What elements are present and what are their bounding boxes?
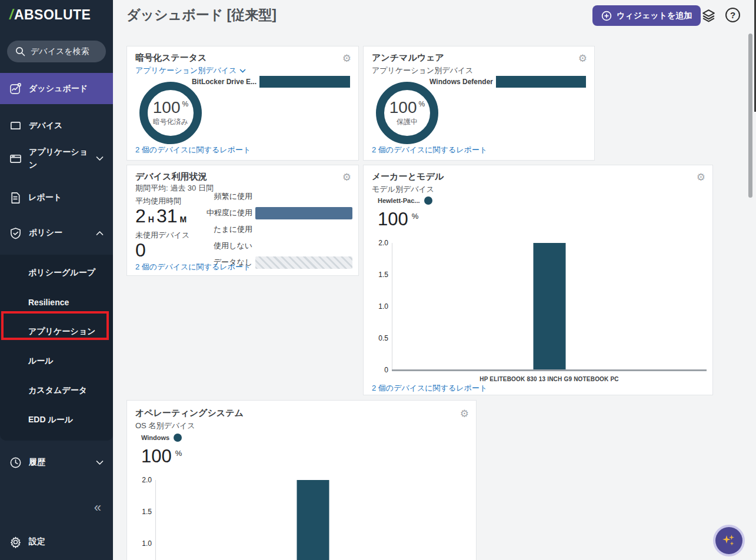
absolute-logo: /ABSOLUTE (0, 0, 113, 23)
usage-row-label: たまに使用 (127, 224, 255, 235)
page-title: ダッシュボード [従来型] (126, 6, 277, 24)
sidebar: /ABSOLUTE デバイスを検索 ダッシュボード デバイス アプリケーション … (0, 0, 113, 560)
widget-make-model: メーカーとモデル モデル別デバイス Hewlett-Pac... 100 % 2… (363, 165, 713, 395)
widget-settings-icon[interactable] (697, 171, 705, 184)
bar-label: Windows Defender (364, 78, 496, 86)
model-bar-chart (392, 243, 707, 371)
usage-bar-no-data (255, 256, 352, 269)
sidebar-item-label: アプリケーション (28, 326, 95, 337)
widget-operating-system: オペレーティングシステム OS 名別デバイス Windows 100 % 2.0… (126, 400, 477, 560)
percent-value: 100 (378, 210, 408, 228)
usage-row: 使用しない (127, 238, 352, 254)
add-widget-button[interactable]: ウィジェットを追加 (592, 5, 701, 26)
usage-bar-occasional (255, 224, 352, 236)
sidebar-item-settings[interactable]: 設定 (0, 528, 113, 555)
scrollbar-thumb[interactable] (748, 34, 752, 198)
group-by-dropdown[interactable]: アプリケーション別デバイス (135, 65, 246, 76)
clock-icon (9, 456, 22, 469)
sidebar-item-policy-groups[interactable]: ポリシーグループ (0, 258, 113, 288)
sidebar-item-label: ポリシーグループ (28, 268, 95, 278)
donut-unit: % (419, 101, 425, 108)
gear-icon (9, 536, 22, 548)
os-bar-chart (155, 480, 470, 560)
chevron-up-icon (96, 231, 104, 236)
sidebar-item-label: アプリケーション (29, 145, 88, 172)
widget-antimalware: アンチマルウェア アプリケーション別デバイス 100% 保護中 Windows … (363, 46, 595, 161)
sidebar-item-reports[interactable]: レポート (0, 184, 113, 211)
donut-unit: % (182, 101, 189, 108)
sidebar-item-applications[interactable]: アプリケーション (0, 139, 113, 177)
usage-row-label: 使用しない (127, 241, 255, 251)
shield-check-icon (9, 227, 22, 239)
donut-label: 保護中 (397, 117, 418, 127)
device-report-link[interactable]: 2 個のデバイスに関するレポート (135, 262, 251, 272)
widget-device-usage: デバイス利用状況 期間平均: 過去 30 日間 平均使用時間 2 H 31 M … (126, 165, 359, 276)
usage-bar-chart: 頻繁に使用 中程度に使用 たまに使用 使用しない データなし (127, 188, 352, 271)
dropdown-label: アプリケーション別デバイス (135, 65, 237, 76)
widget-encryption-status: 暗号化ステータス アプリケーション別デバイス 100% 暗号化済み BitLoc… (126, 46, 359, 161)
add-widget-label: ウィジェットを追加 (617, 11, 692, 21)
widget-settings-icon[interactable] (460, 408, 469, 420)
usage-row: たまに使用 (127, 221, 352, 238)
layers-icon[interactable] (701, 8, 716, 23)
y-tick: 1.0 (128, 539, 152, 548)
sidebar-item-applications-policy[interactable]: アプリケーション (0, 317, 113, 346)
legend-dot-icon (424, 196, 432, 205)
widget-settings-icon[interactable] (342, 52, 351, 65)
help-icon[interactable] (725, 8, 740, 22)
policies-submenu: ポリシーグループ Resilience アプリケーション ルール カスタムデータ… (0, 255, 113, 441)
device-report-link[interactable]: 2 個のデバイスに関するレポート (372, 145, 487, 155)
sidebar-item-custom-data[interactable]: カスタムデータ (0, 376, 113, 405)
search-placeholder: デバイスを検索 (31, 46, 89, 57)
encryption-donut-chart: 100% 暗号化済み (139, 82, 202, 144)
y-tick: 1.5 (365, 271, 388, 279)
chevron-down-icon (239, 69, 246, 73)
widget-settings-icon[interactable] (578, 52, 587, 65)
sidebar-item-label: ポリシー (29, 228, 62, 238)
sidebar-item-label: 設定 (29, 536, 45, 547)
devices-icon (9, 120, 22, 132)
model-bar (534, 243, 566, 371)
sidebar-item-rules[interactable]: ルール (0, 346, 113, 376)
usage-row: 中程度に使用 (127, 205, 352, 221)
device-report-link[interactable]: 2 個のデバイスに関するレポート (372, 383, 487, 394)
encryption-bar (259, 76, 350, 88)
sidebar-item-policies[interactable]: ポリシー (0, 219, 113, 246)
usage-row: 頻繁に使用 (127, 188, 352, 205)
widget-subtitle: モデル別デバイス (372, 184, 434, 195)
chevron-down-icon (96, 460, 104, 465)
percent-readout: 100 % (378, 210, 418, 228)
sidebar-item-label: 履歴 (29, 457, 45, 468)
antimalware-donut-chart: 100% 保護中 (376, 82, 438, 144)
percent-readout: 100 % (141, 447, 182, 465)
sidebar-item-edd-rules[interactable]: EDD ルール (0, 405, 113, 435)
dashboard-icon (9, 82, 22, 95)
widget-settings-icon[interactable] (342, 171, 351, 184)
widget-title: メーカーとモデル (372, 171, 444, 182)
antimalware-bar (496, 76, 586, 88)
sidebar-item-label: EDD ルール (28, 415, 73, 425)
sidebar-item-resilience[interactable]: Resilience (0, 288, 113, 317)
ai-assistant-button[interactable] (715, 527, 742, 554)
reports-icon (9, 192, 21, 204)
sidebar-item-label: カスタムデータ (28, 385, 87, 396)
y-tick: 0 (365, 366, 388, 374)
sparkles-icon (720, 532, 738, 549)
chevron-down-icon (96, 156, 104, 161)
sidebar-collapse-icon[interactable] (94, 500, 101, 515)
sidebar-item-label: ルール (28, 356, 54, 366)
sidebar-item-label: Resilience (28, 298, 69, 307)
sidebar-item-dashboard[interactable]: ダッシュボード (0, 73, 113, 104)
legend-label: Hewlett-Pac... (378, 197, 420, 204)
logo-slash-icon: / (9, 7, 14, 22)
bar-label: BitLocker Drive E... (127, 78, 259, 86)
os-bar (297, 480, 329, 560)
device-search-input[interactable]: デバイスを検索 (7, 41, 106, 62)
sidebar-item-history[interactable]: 履歴 (0, 449, 113, 476)
widget-title: デバイス利用状況 (135, 171, 207, 182)
sidebar-item-devices[interactable]: デバイス (0, 112, 113, 139)
percent-value: 100 (141, 447, 172, 465)
device-report-link[interactable]: 2 個のデバイスに関するレポート (135, 145, 251, 155)
search-icon (15, 46, 25, 56)
donut-label: 暗号化済み (153, 117, 188, 127)
